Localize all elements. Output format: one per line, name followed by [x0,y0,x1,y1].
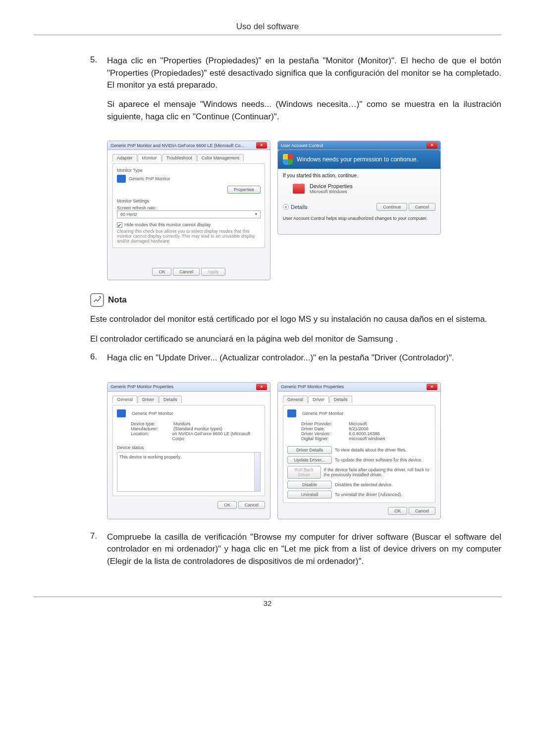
tab-details[interactable]: Details [159,396,182,403]
dialog-device-driver: Generic PnP Monitor Properties × General… [277,382,441,519]
uac-started: If you started this action, continue. [283,173,435,178]
continue-button[interactable]: Continue [376,203,407,211]
manufacturer-value: (Standard monitor types) [173,426,222,431]
header-rule [34,35,501,35]
uac-details-link[interactable]: Details [291,204,308,210]
monitor-icon [287,409,296,417]
close-icon[interactable]: × [256,384,267,390]
uninstall-desc: To uninstall the driver (Advanced). [335,492,402,497]
disable-desc: Disables the selected device. [335,482,393,487]
shield-icon [283,154,293,165]
close-icon[interactable]: × [427,142,437,149]
device-status-box: This device is working properly. [117,452,261,492]
note-p1: Este controlador del monitor está certif… [90,313,501,326]
uac-headline: Windows needs your permission to contion… [297,156,418,163]
rollback-driver-desc: If the device fails after updating the d… [324,467,431,477]
hide-modes-checkbox[interactable]: ✔ [117,222,122,228]
uac-footer: User Account Control helps stop unauthor… [283,216,435,221]
close-icon[interactable]: × [427,384,437,390]
cancel-button[interactable]: Cancel [238,501,265,509]
driverdate-value: 6/21/2006 [349,426,369,431]
step-7-p1: Compruebe la casilla de verificación "Br… [107,531,501,568]
step-5-p2: Si aparece el mensaje "Windows needs... … [107,99,501,123]
chevron-down-icon: ▾ [255,212,257,217]
page-number: 32 [34,599,501,607]
tab-driver[interactable]: Driver [138,396,159,403]
driver-details-button[interactable]: Driver Details [287,446,332,454]
refresh-rate-label: Screen refresh rate: [117,205,261,210]
dialog1-title: Generic PnP Monitor and NVIDIA GeForce 6… [110,143,244,148]
driverver-label: Driver Version: [301,431,346,436]
cancel-button[interactable]: Cancel [409,507,435,515]
hide-modes-label: Hide modes that this monitor cannot disp… [124,222,211,228]
ok-button[interactable]: OK [217,501,237,509]
monitor-type-section: Monitor Type [117,168,261,173]
step-6-p1: Haga clic en "Update Driver... (Actualiz… [107,352,501,364]
tab-color-management[interactable]: Color Management [197,154,244,161]
monitor-icon [117,175,126,183]
device-status-section: Device status [117,445,261,450]
step-6-number: 6. [90,352,107,362]
chevron-down-icon[interactable]: ▾ [283,204,289,210]
scrollbar[interactable] [254,453,260,491]
tab-general[interactable]: General [283,396,308,403]
uninstall-button[interactable]: Uninstall [287,491,332,499]
tab-monitor[interactable]: Monitor [138,154,161,161]
hide-modes-desc: Clearing this check box allows you to se… [117,229,261,244]
step-5-p1: Haga clic en "Properties (Propiedades)" … [107,55,501,92]
signer-value: microsoft windows [349,436,385,441]
cancel-button[interactable]: Cancel [409,203,435,211]
driver-details-desc: To view details about the driver files. [335,448,407,453]
ok-button[interactable]: OK [152,268,171,276]
dialog-monitor-properties: Generic PnP Monitor and NVIDIA GeForce 6… [107,141,270,280]
device-name: Generic PnP Monitor [132,411,173,416]
driverver-value: 6.0.6000.16386 [349,431,380,436]
tab-troubleshoot[interactable]: Troubleshoot [162,154,197,161]
tab-adapter[interactable]: Adapter [112,154,137,161]
rollback-driver-button[interactable]: Roll Back Driver [287,466,321,479]
tab-general[interactable]: General [112,396,137,403]
signer-label: Digital Signer: [301,436,346,441]
refresh-rate-select[interactable]: 60 Hertz▾ [117,210,261,218]
dialog-uac: User Account Control × Windows needs you… [277,141,441,235]
monitor-settings-section: Monitor Settings [117,199,261,203]
dialog4-title: Generic PnP Monitor Properties [281,384,344,389]
page-header: Uso del software [34,22,501,35]
uac-publisher: Microsoft Windows [310,189,353,194]
devtype-value: Monitors [173,421,191,426]
program-icon [293,184,305,194]
uac-program: Device Properties [310,183,353,189]
device-name: Generic PnP Monitor [302,411,343,416]
ok-button[interactable]: OK [388,507,407,515]
update-driver-desc: To update the driver software for this d… [335,457,423,462]
properties-button[interactable]: Properties [227,186,261,194]
note-icon [90,293,104,307]
dialog3-title: Generic PnP Monitor Properties [110,384,173,389]
tab-driver[interactable]: Driver [308,396,329,403]
location-value: on NVIDIA GeForce 6600 LE (Microsoft Cor… [172,431,261,441]
disable-button[interactable]: Disable [287,481,332,489]
provider-label: Driver Provider: [301,421,346,426]
location-label: Location: [131,431,169,441]
monitor-type-name: Generic PnP Monitor [129,176,170,181]
tab-details[interactable]: Details [329,396,352,403]
driverdate-label: Driver Date: [301,426,346,431]
cancel-button[interactable]: Cancel [173,268,200,276]
step-5-number: 5. [90,55,107,65]
devtype-label: Device type: [131,421,170,426]
step-7-number: 7. [90,531,107,541]
apply-button[interactable]: Apply [201,268,225,276]
footer-rule [34,597,501,597]
uac-title: User Account Control [281,143,323,148]
provider-value: Microsoft [349,421,367,426]
note-label: Nota [108,295,127,305]
dialog-device-general: Generic PnP Monitor Properties × General… [107,382,270,519]
manufacturer-label: Manufacturer: [131,426,170,431]
update-driver-button[interactable]: Update Driver... [287,456,332,464]
note-p2: El controlador certificado se anunciará … [90,333,501,346]
monitor-icon [117,409,126,417]
close-icon[interactable]: × [256,142,267,149]
